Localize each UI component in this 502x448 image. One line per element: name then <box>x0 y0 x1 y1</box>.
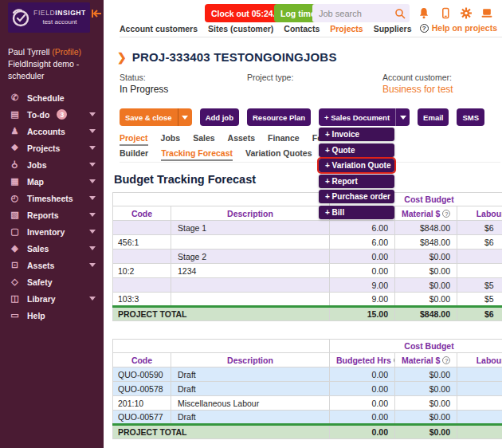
chevron-down-icon <box>89 163 96 167</box>
map-icon: ▦ <box>10 177 20 186</box>
tab-finance[interactable]: Finance <box>268 133 300 146</box>
action-buttons: Save & close Add job Resource Plan + Sal… <box>120 108 502 126</box>
tab-sales[interactable]: Sales <box>193 133 214 146</box>
table-row[interactable]: Stage 16.00$848.00$6 <box>113 221 502 235</box>
library-book-icon: ◫ <box>10 294 20 303</box>
cost-budget-group-header: Cost Budget <box>330 340 502 353</box>
user-role: FieldInsight demo - scheduler <box>8 58 99 82</box>
status-value: In Progress <box>120 84 247 96</box>
sales-document-menu: + Invoice + Quote + Variation Quote + Re… <box>319 128 394 221</box>
sidebar-item-assets[interactable]: ⊡Assets <box>0 257 104 273</box>
job-search-input[interactable] <box>312 9 394 18</box>
table-row[interactable]: 10:212340.00$0.00 <box>113 264 502 278</box>
account-customer-link[interactable]: Business for test <box>382 84 502 96</box>
resource-plan-button[interactable]: Resource Plan <box>247 108 311 126</box>
laptop-icon[interactable] <box>480 7 493 19</box>
sidebar-item-accounts[interactable]: ♟Accounts <box>0 123 104 140</box>
menu-item-bill[interactable]: + Bill <box>319 206 394 219</box>
brand-subtitle: test account <box>31 18 88 26</box>
projects-icon: ❖ <box>10 143 20 152</box>
mobile-phone-icon[interactable] <box>439 7 452 19</box>
notifications-bell-icon[interactable] <box>418 7 430 19</box>
sidebar-item-inventory[interactable]: ▢Inventory <box>0 223 104 240</box>
nav-account-customers[interactable]: Account customers <box>120 24 198 33</box>
save-close-dropdown-toggle[interactable] <box>178 108 192 126</box>
table-row[interactable]: 9.00$0.00$5 <box>113 278 502 293</box>
job-search <box>312 4 410 22</box>
sales-document-dropdown-toggle[interactable] <box>395 108 410 126</box>
quotes-budget-table: Cost Budget Code Description Budgeted Hr… <box>112 339 502 439</box>
secondary-tabs: Builder Tracking Forecast Variation Quot… <box>120 148 500 163</box>
menu-item-report[interactable]: + Report <box>319 175 394 188</box>
table-row[interactable]: QUO-00577Draft0.00$0.00 <box>113 411 502 425</box>
sidebar-item-sales[interactable]: ◈Sales <box>0 240 104 257</box>
menu-item-variation-quote[interactable]: + Variation Quote <box>319 159 394 172</box>
nav-suppliers[interactable]: Suppliers <box>374 24 412 33</box>
table-row[interactable]: 201:10Miscellaneous Labour0.00$0.00 <box>113 396 502 411</box>
save-close-button[interactable]: Save & close <box>120 108 178 126</box>
search-icon[interactable] <box>394 8 406 19</box>
column-header-code: Code <box>113 206 171 221</box>
info-icon <box>442 210 450 218</box>
sales-tag-icon: ◈ <box>10 244 20 253</box>
settings-gear-icon[interactable] <box>460 7 473 19</box>
sidebar-collapse-icon[interactable] <box>91 8 102 19</box>
chevron-down-icon <box>89 263 96 267</box>
chevron-down-icon <box>182 116 188 120</box>
profile-link[interactable]: (Profile) <box>52 47 81 57</box>
table-row[interactable]: 103:39.00$0.00$5 <box>113 293 502 307</box>
column-header-description: Description <box>171 353 330 367</box>
todo-count-badge: 3 <box>57 109 67 120</box>
menu-item-quote[interactable]: + Quote <box>319 143 394 157</box>
email-button[interactable]: Email <box>418 108 449 126</box>
assets-icon: ⊡ <box>10 261 20 269</box>
subtab-variation-quotes[interactable]: Variation Quotes <box>245 148 312 161</box>
nav-projects[interactable]: Projects <box>330 24 363 33</box>
table-row[interactable]: 456:16.00$848.00$6 <box>113 235 502 250</box>
project-type-label: Project type: <box>247 72 382 84</box>
sidebar-item-todo[interactable]: ▤To-do3 <box>0 106 104 123</box>
accounts-icon: ♟ <box>10 127 20 136</box>
clock-icon: ◴ <box>10 194 20 202</box>
sidebar-item-jobs[interactable]: ⚲Jobs <box>0 156 104 173</box>
tab-jobs[interactable]: Jobs <box>161 133 181 146</box>
table-row[interactable]: QUO-00590Draft0.00$0.00 <box>113 367 502 382</box>
table-row[interactable]: QUO-00578Draft0.00$0.00 <box>113 382 502 396</box>
fieldinsight-logo-icon <box>10 7 31 28</box>
top-nav: Account customers Sites (customer) Conta… <box>120 24 412 33</box>
nav-sites-customer[interactable]: Sites (customer) <box>208 24 273 33</box>
page-title: PROJ-333403 TESTONGOINGJOBS <box>132 50 337 64</box>
budget-forecast-table: Cost Budget Code Description Budgeted Hr… <box>112 192 502 321</box>
sidebar-item-library[interactable]: ◫Library <box>0 290 104 307</box>
add-job-button[interactable]: Add job <box>200 108 239 126</box>
chevron-down-icon <box>89 146 96 150</box>
chevron-down-icon <box>89 196 96 200</box>
schedule-icon: ✆ <box>10 93 20 102</box>
table-row[interactable]: Stage 20.00$0.00 <box>113 250 502 264</box>
project-total-row: PROJECT TOTAL15.00$848.00$6 <box>113 307 502 321</box>
safety-shield-icon: ◇ <box>10 277 20 286</box>
sidebar-item-schedule[interactable]: ✆Schedule <box>0 89 104 106</box>
column-header-labour: Labour $ <box>457 206 502 221</box>
sidebar-item-safety[interactable]: ◇Safety <box>0 273 104 290</box>
menu-item-invoice[interactable]: + Invoice <box>319 128 394 141</box>
sidebar-item-reports[interactable]: ▧Reports <box>0 206 104 223</box>
sidebar-item-projects[interactable]: ❖Projects <box>0 140 104 156</box>
nav-contacts[interactable]: Contacts <box>284 24 320 33</box>
sidebar-item-timesheets[interactable]: ◴Timesheets <box>0 190 104 206</box>
subtab-builder[interactable]: Builder <box>120 148 148 161</box>
tab-project[interactable]: Project <box>120 133 148 146</box>
help-on-projects-link[interactable]: ? Help on projects <box>420 23 497 33</box>
project-total-row: PROJECT TOTAL0.00$0.00 <box>113 425 502 439</box>
status-label: Status: <box>120 72 247 84</box>
menu-item-purchase-order[interactable]: + Purchase order <box>319 190 394 203</box>
tab-assets[interactable]: Assets <box>228 133 255 146</box>
column-header-material: Material $ <box>395 353 457 367</box>
sidebar-item-help[interactable]: ▭Help <box>0 307 104 324</box>
sms-button[interactable]: SMS <box>457 108 484 126</box>
sales-document-button[interactable]: + Sales Document <box>319 108 395 126</box>
project-meta: Status: In Progress Project type: Accoun… <box>120 72 502 96</box>
subtab-tracking-forecast[interactable]: Tracking Forecast <box>161 148 233 161</box>
app-logo: FIELDINSIGHT test account <box>8 2 90 33</box>
sidebar-item-map[interactable]: ▦Map <box>0 173 104 190</box>
